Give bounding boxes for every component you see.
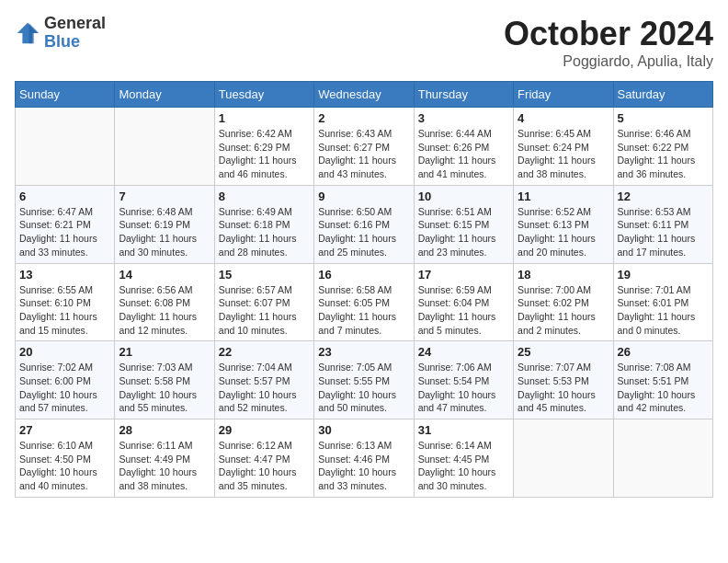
calendar-cell: 29Sunrise: 6:12 AMSunset: 4:47 PMDayligh…: [214, 419, 313, 498]
calendar-week-1: 6Sunrise: 6:47 AMSunset: 6:21 PMDaylight…: [16, 185, 713, 263]
calendar-cell: 22Sunrise: 7:04 AMSunset: 5:57 PMDayligh…: [214, 341, 313, 419]
day-number: 13: [19, 268, 110, 282]
calendar-cell: 11Sunrise: 6:52 AMSunset: 6:13 PMDayligh…: [514, 185, 613, 263]
day-info: Sunrise: 6:53 AMSunset: 6:11 PMDaylight:…: [618, 205, 709, 259]
calendar-cell: 24Sunrise: 7:06 AMSunset: 5:54 PMDayligh…: [414, 341, 513, 419]
day-info: Sunrise: 6:50 AMSunset: 6:16 PMDaylight:…: [318, 205, 409, 259]
day-info: Sunrise: 7:08 AMSunset: 5:51 PMDaylight:…: [618, 361, 709, 415]
calendar-cell: 8Sunrise: 6:49 AMSunset: 6:18 PMDaylight…: [214, 185, 313, 263]
day-info: Sunrise: 6:11 AMSunset: 4:49 PMDaylight:…: [119, 439, 210, 493]
day-number: 9: [318, 190, 409, 203]
calendar-cell: 13Sunrise: 6:55 AMSunset: 6:10 PMDayligh…: [16, 263, 115, 341]
day-number: 27: [19, 423, 110, 437]
calendar-cell: 26Sunrise: 7:08 AMSunset: 5:51 PMDayligh…: [613, 341, 712, 419]
page-header: General Blue October 2024 Poggiardo, Apu…: [15, 15, 713, 70]
calendar-cell: 20Sunrise: 7:02 AMSunset: 6:00 PMDayligh…: [16, 341, 115, 419]
calendar-cell: 14Sunrise: 6:56 AMSunset: 6:08 PMDayligh…: [115, 263, 214, 341]
day-number: 11: [518, 190, 609, 203]
calendar-cell: 21Sunrise: 7:03 AMSunset: 5:58 PMDayligh…: [115, 341, 214, 419]
day-number: 1: [219, 111, 310, 125]
day-info: Sunrise: 6:10 AMSunset: 4:50 PMDaylight:…: [19, 439, 110, 493]
location-subtitle: Poggiardo, Apulia, Italy: [504, 53, 713, 70]
day-info: Sunrise: 6:55 AMSunset: 6:10 PMDaylight:…: [19, 283, 110, 338]
day-info: Sunrise: 6:42 AMSunset: 6:29 PMDaylight:…: [219, 127, 310, 181]
calendar-cell: 25Sunrise: 7:07 AMSunset: 5:53 PMDayligh…: [514, 341, 613, 419]
day-info: Sunrise: 7:07 AMSunset: 5:53 PMDaylight:…: [518, 361, 609, 415]
day-info: Sunrise: 6:14 AMSunset: 4:45 PMDaylight:…: [418, 439, 509, 493]
title-block: October 2024 Poggiardo, Apulia, Italy: [504, 15, 713, 70]
col-tuesday: Tuesday: [214, 82, 313, 108]
day-number: 15: [219, 268, 310, 282]
day-info: Sunrise: 6:12 AMSunset: 4:47 PMDaylight:…: [219, 439, 310, 493]
day-number: 5: [618, 111, 709, 125]
day-info: Sunrise: 6:58 AMSunset: 6:05 PMDaylight:…: [318, 283, 409, 338]
calendar-cell: [115, 108, 214, 186]
day-info: Sunrise: 6:52 AMSunset: 6:13 PMDaylight:…: [518, 205, 609, 259]
calendar-week-4: 27Sunrise: 6:10 AMSunset: 4:50 PMDayligh…: [16, 419, 713, 498]
day-number: 26: [618, 345, 709, 359]
day-info: Sunrise: 7:00 AMSunset: 6:02 PMDaylight:…: [518, 283, 609, 338]
calendar-cell: 12Sunrise: 6:53 AMSunset: 6:11 PMDayligh…: [613, 185, 712, 263]
calendar-week-2: 13Sunrise: 6:55 AMSunset: 6:10 PMDayligh…: [16, 263, 713, 341]
day-number: 23: [318, 345, 409, 359]
day-number: 12: [618, 190, 709, 203]
header-row: Sunday Monday Tuesday Wednesday Thursday…: [16, 82, 713, 108]
logo-general: General: [44, 15, 106, 33]
logo: General Blue: [15, 15, 106, 52]
calendar-cell: 23Sunrise: 7:05 AMSunset: 5:55 PMDayligh…: [314, 341, 414, 419]
day-number: 14: [119, 268, 210, 282]
day-number: 18: [518, 268, 609, 282]
logo-blue: Blue: [44, 33, 106, 52]
day-number: 28: [119, 423, 210, 437]
calendar-cell: 4Sunrise: 6:45 AMSunset: 6:24 PMDaylight…: [514, 108, 613, 186]
day-number: 2: [318, 111, 409, 125]
calendar-cell: 31Sunrise: 6:14 AMSunset: 4:45 PMDayligh…: [414, 419, 513, 498]
calendar-cell: 7Sunrise: 6:48 AMSunset: 6:19 PMDaylight…: [115, 185, 214, 263]
day-number: 25: [518, 345, 609, 359]
day-number: 29: [219, 423, 310, 437]
day-number: 19: [618, 268, 709, 282]
day-info: Sunrise: 6:43 AMSunset: 6:27 PMDaylight:…: [318, 127, 409, 181]
day-info: Sunrise: 6:47 AMSunset: 6:21 PMDaylight:…: [19, 205, 110, 259]
calendar-table: Sunday Monday Tuesday Wednesday Thursday…: [15, 81, 713, 498]
col-friday: Friday: [514, 82, 613, 108]
day-number: 7: [119, 190, 210, 203]
day-number: 8: [219, 190, 310, 203]
day-info: Sunrise: 6:44 AMSunset: 6:26 PMDaylight:…: [418, 127, 509, 181]
col-sunday: Sunday: [16, 82, 115, 108]
col-monday: Monday: [115, 82, 214, 108]
calendar-cell: 27Sunrise: 6:10 AMSunset: 4:50 PMDayligh…: [16, 419, 115, 498]
calendar-cell: 19Sunrise: 7:01 AMSunset: 6:01 PMDayligh…: [613, 263, 712, 341]
calendar-header: Sunday Monday Tuesday Wednesday Thursday…: [16, 82, 713, 108]
day-number: 10: [418, 190, 509, 203]
day-info: Sunrise: 6:51 AMSunset: 6:15 PMDaylight:…: [418, 205, 509, 259]
calendar-cell: 3Sunrise: 6:44 AMSunset: 6:26 PMDaylight…: [414, 108, 513, 186]
day-number: 30: [318, 423, 409, 437]
day-info: Sunrise: 7:06 AMSunset: 5:54 PMDaylight:…: [418, 361, 509, 415]
day-info: Sunrise: 6:56 AMSunset: 6:08 PMDaylight:…: [119, 283, 210, 338]
day-number: 4: [518, 111, 609, 125]
day-number: 3: [418, 111, 509, 125]
calendar-cell: 10Sunrise: 6:51 AMSunset: 6:15 PMDayligh…: [414, 185, 513, 263]
day-info: Sunrise: 7:04 AMSunset: 5:57 PMDaylight:…: [219, 361, 310, 415]
calendar-week-3: 20Sunrise: 7:02 AMSunset: 6:00 PMDayligh…: [16, 341, 713, 419]
day-number: 20: [19, 345, 110, 359]
calendar-cell: 18Sunrise: 7:00 AMSunset: 6:02 PMDayligh…: [514, 263, 613, 341]
calendar-cell: 1Sunrise: 6:42 AMSunset: 6:29 PMDaylight…: [214, 108, 313, 186]
calendar-cell: [16, 108, 115, 186]
logo-icon: [15, 20, 40, 46]
svg-marker-1: [28, 23, 39, 43]
day-number: 17: [418, 268, 509, 282]
logo-text: General Blue: [44, 15, 106, 52]
day-number: 6: [19, 190, 110, 203]
calendar-cell: 9Sunrise: 6:50 AMSunset: 6:16 PMDaylight…: [314, 185, 414, 263]
calendar-week-0: 1Sunrise: 6:42 AMSunset: 6:29 PMDaylight…: [16, 108, 713, 186]
col-thursday: Thursday: [414, 82, 513, 108]
day-info: Sunrise: 6:57 AMSunset: 6:07 PMDaylight:…: [219, 283, 310, 338]
day-number: 24: [418, 345, 509, 359]
calendar-cell: 28Sunrise: 6:11 AMSunset: 4:49 PMDayligh…: [115, 419, 214, 498]
day-number: 16: [318, 268, 409, 282]
month-title: October 2024: [504, 15, 713, 53]
calendar-cell: 16Sunrise: 6:58 AMSunset: 6:05 PMDayligh…: [314, 263, 414, 341]
col-saturday: Saturday: [613, 82, 712, 108]
